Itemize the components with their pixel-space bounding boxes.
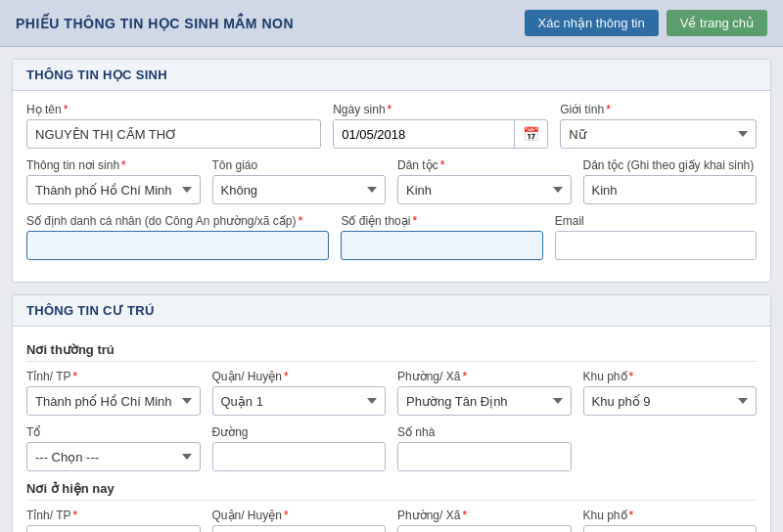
current-residence-title: Nơi ở hiện nay xyxy=(26,481,757,501)
page-title: PHIẾU THÔNG TIN HỌC SINH MẦM NON xyxy=(16,16,294,31)
perm-block-label: Khu phố* xyxy=(583,370,758,383)
curr-block-group: Khu phố* Khu phố 9 xyxy=(583,509,758,532)
perm-street-group: Đường xyxy=(212,425,387,471)
curr-ward-group: Phường/ Xã* Phường Tân Định xyxy=(397,509,572,532)
curr-province-label: Tỉnh/ TP* xyxy=(26,509,201,522)
curr-block-label: Khu phố* xyxy=(583,509,758,522)
perm-house-label: Số nhà xyxy=(397,425,572,439)
religion-label: Tôn giáo xyxy=(212,158,387,172)
dob-group: Ngày sinh* 📅 xyxy=(333,103,548,149)
ethnicity-note-input[interactable] xyxy=(583,175,758,204)
gender-select[interactable]: Nữ xyxy=(560,119,757,149)
curr-block-select[interactable]: Khu phố 9 xyxy=(583,525,758,532)
home-button[interactable]: Về trang chủ xyxy=(667,10,767,36)
phone-label: Số điện thoại* xyxy=(341,214,542,228)
perm-group-group: Tổ --- Chọn --- xyxy=(26,425,201,471)
perm-ward-label: Phường/ Xã* xyxy=(397,370,572,383)
perm-block-group: Khu phố* Khu phố 9 xyxy=(583,370,758,416)
perm-province-select[interactable]: Thành phố Hồ Chí Minh xyxy=(26,386,201,416)
confirm-button[interactable]: Xác nhận thông tin xyxy=(525,10,659,36)
gender-label: Giới tính* xyxy=(560,103,757,116)
fullname-label: Họ tên* xyxy=(26,103,321,116)
dob-label: Ngày sinh* xyxy=(333,103,548,116)
curr-province-group: Tỉnh/ TP* Thành phố Hồ Chí Minh xyxy=(26,509,201,532)
perm-district-label: Quận/ Huyện* xyxy=(212,370,387,383)
student-section-header: THÔNG TIN HỌC SINH xyxy=(13,60,770,91)
birthplace-label: Thông tin nơi sinh* xyxy=(26,158,201,172)
student-info-section: THÔNG TIN HỌC SINH Họ tên* Ngày sinh* xyxy=(12,59,771,283)
perm-street-label: Đường xyxy=(212,425,387,439)
perm-row1: Tỉnh/ TP* Thành phố Hồ Chí Minh Quận/ Hu… xyxy=(26,370,757,416)
curr-ward-label: Phường/ Xã* xyxy=(397,509,572,522)
gender-group: Giới tính* Nữ xyxy=(560,103,757,149)
perm-ward-select[interactable]: Phường Tân Định xyxy=(397,386,572,416)
perm-block-select[interactable]: Khu phố 9 xyxy=(583,386,758,416)
perm-province-label: Tỉnh/ TP* xyxy=(26,370,201,383)
religion-select[interactable]: Không xyxy=(212,175,387,204)
perm-province-group: Tỉnh/ TP* Thành phố Hồ Chí Minh xyxy=(26,370,201,416)
fullname-group: Họ tên* xyxy=(26,103,321,149)
ethnicity-note-group: Dân tộc (Ghi theo giấy khai sinh) xyxy=(583,158,758,204)
curr-ward-select[interactable]: Phường Tân Định xyxy=(397,525,572,532)
perm-house-group: Số nhà xyxy=(397,425,572,471)
curr-district-group: Quận/ Huyện* Quận 1 xyxy=(212,509,387,532)
residence-section: THÔNG TIN CƯ TRÚ Nơi thường trú Tỉnh/ TP… xyxy=(12,294,771,532)
birthplace-select[interactable]: Thành phố Hồ Chí Minh xyxy=(26,175,201,204)
perm-district-group: Quận/ Huyện* Quận 1 xyxy=(212,370,387,416)
perm-row2: Tổ --- Chọn --- Đường Số nhà xyxy=(26,425,757,471)
phone-group: Số điện thoại* xyxy=(341,214,542,260)
curr-province-select[interactable]: Thành phố Hồ Chí Minh xyxy=(26,525,201,532)
religion-group: Tôn giáo Không xyxy=(212,158,387,204)
phone-input[interactable] xyxy=(341,231,542,260)
main-content: THÔNG TIN HỌC SINH Họ tên* Ngày sinh* xyxy=(0,47,783,532)
perm-street-input[interactable] xyxy=(212,442,387,471)
row-name-dob-gender: Họ tên* Ngày sinh* 📅 Giới tính* xyxy=(26,103,757,149)
row-birthplace-religion-ethnicity: Thông tin nơi sinh* Thành phố Hồ Chí Min… xyxy=(26,158,757,204)
permanent-residence-title: Nơi thường trú xyxy=(26,342,757,362)
perm-group-select[interactable]: --- Chọn --- xyxy=(26,442,201,471)
dob-input-wrap[interactable]: 📅 xyxy=(333,119,548,149)
row-id-phone-email: Số định danh cá nhân (do Công An phường/… xyxy=(26,214,757,260)
curr-row1: Tỉnh/ TP* Thành phố Hồ Chí Minh Quận/ Hu… xyxy=(26,509,757,532)
curr-district-label: Quận/ Huyện* xyxy=(212,509,387,522)
email-input[interactable] xyxy=(555,231,757,260)
curr-district-select[interactable]: Quận 1 xyxy=(212,525,387,532)
calendar-icon[interactable]: 📅 xyxy=(514,120,547,148)
fullname-input[interactable] xyxy=(26,119,321,149)
id-label: Số định danh cá nhân (do Công An phường/… xyxy=(26,214,329,228)
residence-section-header: THÔNG TIN CƯ TRÚ xyxy=(13,295,770,327)
ethnicity-select[interactable]: Kinh xyxy=(397,175,572,204)
dob-input[interactable] xyxy=(334,120,514,148)
email-label: Email xyxy=(555,214,757,228)
perm-group-label: Tổ xyxy=(26,425,201,439)
perm-ward-group: Phường/ Xã* Phường Tân Định xyxy=(397,370,572,416)
id-input[interactable] xyxy=(26,231,329,260)
perm-district-select[interactable]: Quận 1 xyxy=(212,386,387,416)
birthplace-group: Thông tin nơi sinh* Thành phố Hồ Chí Min… xyxy=(26,158,201,204)
id-group: Số định danh cá nhân (do Công An phường/… xyxy=(26,214,329,260)
page-header: PHIẾU THÔNG TIN HỌC SINH MẦM NON Xác nhậ… xyxy=(0,0,783,47)
ethnicity-note-label: Dân tộc (Ghi theo giấy khai sinh) xyxy=(583,158,758,172)
email-group: Email xyxy=(555,214,757,260)
residence-section-body: Nơi thường trú Tỉnh/ TP* Thành phố Hồ Ch… xyxy=(13,327,770,532)
student-section-body: Họ tên* Ngày sinh* 📅 Giới tính* xyxy=(13,91,770,282)
ethnicity-label: Dân tộc* xyxy=(397,158,572,172)
perm-house-input[interactable] xyxy=(397,442,572,471)
ethnicity-group: Dân tộc* Kinh xyxy=(397,158,572,204)
header-buttons: Xác nhận thông tin Về trang chủ xyxy=(525,10,767,36)
